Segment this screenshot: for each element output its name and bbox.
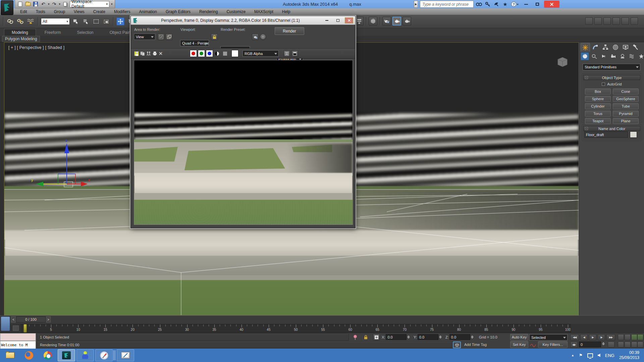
selection-filter-dropdown[interactable]: All ▾ <box>41 18 70 25</box>
render-window-close-button[interactable] <box>345 17 353 23</box>
y-spinner[interactable] <box>439 336 442 339</box>
add-time-tag[interactable]: Add Time Tag <box>464 343 487 347</box>
render-setup-icon[interactable] <box>382 17 391 25</box>
object-color-swatch[interactable] <box>630 131 637 138</box>
ribbon-tab-modeling[interactable]: Modeling <box>4 29 36 36</box>
copy-image-icon[interactable] <box>140 51 146 57</box>
save-image-icon[interactable] <box>133 51 140 57</box>
tab-modify-icon[interactable] <box>591 43 600 52</box>
set-key-button[interactable]: Set Key <box>510 341 528 348</box>
tab-hierarchy-icon[interactable] <box>601 43 610 52</box>
green-channel-toggle[interactable] <box>198 50 205 57</box>
object-type-rollout-header[interactable]: - Object Type <box>583 75 640 80</box>
primitive-button-geosphere[interactable]: GeoSphere <box>613 96 639 102</box>
prev-frame-arrow[interactable]: < <box>11 316 16 322</box>
language-indicator[interactable]: ENG <box>605 353 614 358</box>
tab-create-icon[interactable] <box>581 43 590 52</box>
material-editor-icon[interactable] <box>369 17 377 25</box>
search-input[interactable] <box>420 1 474 8</box>
geometry-icon[interactable] <box>581 52 589 60</box>
mini-curve-editor-button[interactable] <box>1 316 10 331</box>
menu-edit[interactable]: Edit <box>16 9 31 15</box>
render-setup-dialog-icon[interactable] <box>252 34 259 40</box>
auto-region-icon[interactable] <box>166 34 172 40</box>
render-window-minimize-button[interactable] <box>323 17 331 23</box>
orbit-icon[interactable] <box>631 342 637 348</box>
background-color-swatch[interactable] <box>231 50 238 57</box>
play-button[interactable]: ▶ <box>589 334 596 341</box>
primitive-button-box[interactable]: Box <box>585 88 611 95</box>
favorites-star-icon[interactable]: ★ <box>502 1 508 8</box>
undo-icon[interactable]: ↶ <box>40 1 46 7</box>
menu-customize[interactable]: Customize <box>222 9 250 15</box>
polygon-modeling-panel[interactable]: Polygon Modeling <box>2 36 40 42</box>
z-spinner[interactable] <box>471 336 474 339</box>
menu-views[interactable]: Views <box>70 9 89 15</box>
action-center-flag-icon[interactable]: ⚑ <box>579 353 583 358</box>
menu-rendering[interactable]: Rendering <box>195 9 222 15</box>
redo-dropdown-arrow[interactable]: ▾ <box>59 2 61 6</box>
firefox-taskbar-icon[interactable] <box>20 349 38 361</box>
primitive-button-torus[interactable]: Torus <box>585 111 611 117</box>
ribbon-tab-selection[interactable]: Selection <box>69 29 101 36</box>
maxscript-mini-listener[interactable] <box>0 333 36 341</box>
new-scene-icon[interactable] <box>17 1 23 7</box>
redo-icon[interactable]: ↷ <box>51 1 57 7</box>
align-icon[interactable] <box>594 17 602 25</box>
previous-frame-button[interactable]: ◀ <box>580 334 588 341</box>
maximize-viewport-toggle-icon[interactable] <box>637 342 643 348</box>
select-object-icon[interactable] <box>72 17 80 25</box>
menu-maxscript[interactable]: MAXScript <box>250 9 277 15</box>
edit-region-icon[interactable] <box>158 34 164 40</box>
next-frame-button[interactable]: ▶ <box>598 334 605 341</box>
window-crossing-toggle-icon[interactable] <box>102 17 110 25</box>
red-channel-toggle[interactable] <box>190 50 197 57</box>
zoom-mode-icon[interactable] <box>618 334 624 340</box>
render-production-icon[interactable] <box>402 17 411 25</box>
go-to-end-button[interactable]: ▶▶ <box>606 334 615 341</box>
x-spinner[interactable] <box>407 336 410 339</box>
tab-motion-icon[interactable] <box>611 43 620 52</box>
safari-taskbar-icon[interactable] <box>95 349 113 361</box>
absolute-relative-toggle-icon[interactable] <box>373 334 380 341</box>
toggle-ui-icon[interactable] <box>291 50 298 57</box>
key-mode-toggle[interactable]: ◀▶ <box>570 342 578 348</box>
qat-customize-arrow[interactable]: ▾ <box>111 2 113 6</box>
project-folder-icon[interactable] <box>62 1 68 7</box>
monochrome-channel-toggle[interactable] <box>214 51 220 57</box>
zoom-extents-all-icon[interactable] <box>637 334 643 340</box>
default-tangent-icon[interactable] <box>530 342 536 349</box>
communication-center-icon[interactable] <box>493 1 500 8</box>
primitive-button-cone[interactable]: Cone <box>613 88 639 95</box>
menu-modifiers[interactable]: Modifiers <box>110 9 135 15</box>
layer-explorer-icon[interactable] <box>603 17 611 25</box>
taskbar-clock[interactable]: 00:39 25/09/2013 <box>619 350 639 360</box>
network-icon[interactable] <box>587 353 593 358</box>
helpers-icon[interactable] <box>618 52 627 60</box>
time-configuration-icon[interactable] <box>608 342 614 348</box>
curve-editor-icon[interactable] <box>612 17 620 25</box>
current-frame-field[interactable] <box>579 342 601 347</box>
downloader-taskbar-icon[interactable] <box>76 349 94 361</box>
space-warps-icon[interactable] <box>628 52 636 60</box>
autogrid-checkbox[interactable] <box>602 82 605 86</box>
name-color-rollout-header[interactable]: - Name and Color <box>583 126 640 131</box>
schematic-view-icon[interactable] <box>622 17 629 25</box>
z-coordinate-field[interactable] <box>449 334 470 340</box>
go-to-start-button[interactable]: ◀◀ <box>570 334 579 341</box>
menu-graph-editors[interactable]: Graph Editors <box>162 9 195 15</box>
mirror-icon[interactable] <box>585 17 593 25</box>
save-file-icon[interactable] <box>33 1 39 7</box>
menu-group[interactable]: Group <box>50 9 69 15</box>
object-name-field[interactable] <box>584 131 628 138</box>
blue-channel-toggle[interactable] <box>206 50 213 57</box>
select-and-link-icon[interactable] <box>6 17 14 25</box>
time-slider-thumb[interactable] <box>23 324 27 333</box>
maxscript-listener-input[interactable] <box>0 341 36 349</box>
clear-image-icon[interactable]: ✕ <box>158 51 164 57</box>
area-to-render-dropdown[interactable]: View <box>134 34 155 40</box>
tab-utilities-icon[interactable] <box>631 43 640 52</box>
menu-create[interactable]: Create <box>89 9 109 15</box>
ribbon-tab-freeform[interactable]: Freeform <box>37 29 68 36</box>
primitive-button-teapot[interactable]: Teapot <box>585 118 611 124</box>
